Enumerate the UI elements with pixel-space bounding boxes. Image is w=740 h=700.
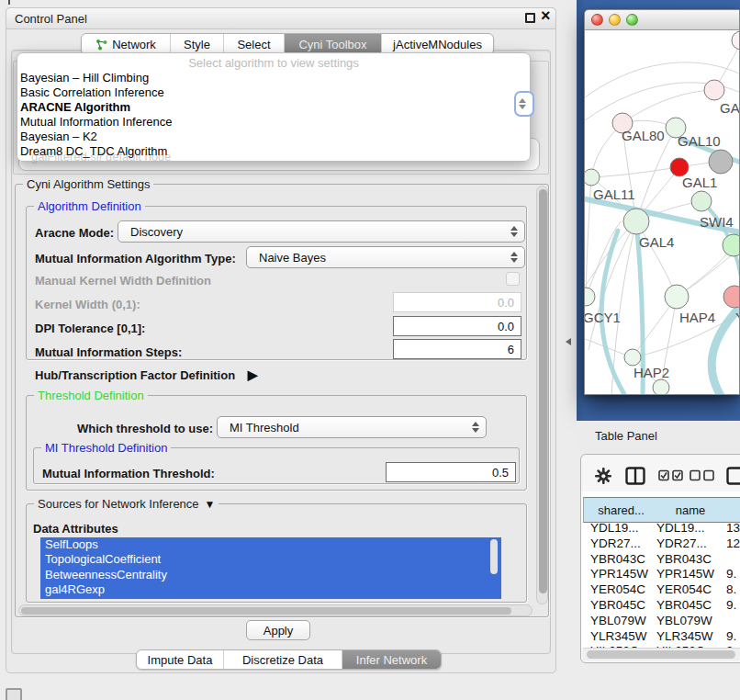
network-node[interactable] [691, 191, 712, 211]
table-row[interactable]: YER054C YER054C 8. [583, 582, 740, 598]
table-panel: shared... name YDL19... YDL19... 13 YDR2… [580, 454, 740, 663]
network-node[interactable] [624, 349, 641, 366]
partial-toolbar-icon[interactable] [726, 467, 740, 485]
deselect-all-checkboxes-icon[interactable] [690, 469, 715, 481]
tab-discretize-data[interactable]: Discretize Data [224, 650, 342, 669]
network-node[interactable] [704, 80, 724, 100]
cell: 9. [726, 598, 736, 614]
network-node[interactable] [653, 379, 669, 395]
cell: YDR27... [590, 536, 641, 552]
ghost-combo-text: galFiltered.sif default node [31, 150, 171, 164]
menu-item[interactable]: Bayesian – Hill Climbing [17, 71, 530, 85]
select-all-checkboxes-icon[interactable] [658, 469, 684, 481]
network-node[interactable] [665, 285, 689, 309]
network-graph: GAL GAL80 GAL10 GAL1 GAL11 SWI4 GAL4 GCY… [585, 30, 740, 395]
tab-network[interactable]: Network [82, 34, 171, 54]
network-canvas[interactable]: GAL GAL80 GAL10 GAL1 GAL11 SWI4 GAL4 GCY… [585, 30, 740, 395]
menu-item-selected[interactable]: ARACNE Algorithm [17, 100, 530, 115]
kernel-width-field[interactable]: 0.0 [393, 292, 521, 312]
column-header-name[interactable]: name [657, 497, 724, 523]
which-threshold-combobox[interactable]: MI Threshold [217, 416, 487, 438]
table-row[interactable]: YDR27... YDR27... 12 [583, 536, 740, 552]
scrollbar-thumb[interactable] [587, 650, 735, 659]
list-item[interactable]: SelfLoops [40, 537, 501, 552]
chevron-down-icon[interactable]: ▼ [205, 498, 216, 511]
chevron-right-icon[interactable]: ▶ [248, 367, 258, 382]
table-row[interactable]: YLR345W YLR345W 9. [583, 629, 740, 645]
settings-vertical-scrollbar[interactable] [536, 186, 548, 604]
network-node[interactable] [723, 234, 740, 256]
column-header-shared-name[interactable]: shared... [583, 497, 659, 523]
list-item[interactable]: gal4RGexp [40, 582, 501, 597]
spinner-arrows-icon [519, 98, 526, 109]
sources-title: Sources for Network Inference▼ [34, 497, 219, 511]
network-node[interactable] [732, 31, 740, 50]
network-node-selected[interactable] [670, 158, 689, 176]
scrollbar-thumb[interactable] [21, 607, 511, 615]
apply-button[interactable]: Apply [246, 620, 310, 640]
list-item[interactable]: TopologicalCoefficient [40, 552, 501, 567]
tab-jactivemnodules[interactable]: jActiveMNodules [382, 34, 493, 54]
bottom-tabs: Impute Data Discretize Data Infer Networ… [136, 649, 442, 670]
mi-steps-field[interactable]: 6 [393, 339, 521, 359]
cell: YDL19... [656, 521, 705, 536]
mi-threshold-title: MI Threshold Definition [41, 441, 171, 455]
float-panel-corner-icon[interactable] [6, 688, 22, 700]
node-label: GAL [720, 100, 740, 116]
hub-definition-expander[interactable]: Hub/Transcription Factor Definition ▶ [35, 367, 258, 382]
data-attributes-list[interactable]: SelfLoops TopologicalCoefficient Between… [40, 537, 501, 599]
tab-cyni-toolbox[interactable]: Cyni Toolbox [285, 34, 382, 54]
splitter-arrow-icon[interactable] [566, 338, 571, 345]
node-label: GAL4 [639, 234, 674, 250]
network-node[interactable] [723, 286, 740, 308]
table-row[interactable]: YBL079W YBL079W [583, 614, 740, 629]
table-row[interactable]: YDL19... YDL19... 13 [583, 521, 740, 536]
split-columns-icon[interactable] [625, 467, 645, 485]
network-icon [95, 39, 107, 51]
combo-spinner-focused[interactable] [514, 91, 534, 117]
dpi-tolerance-field[interactable]: 0.0 [393, 316, 521, 336]
float-panel-icon[interactable] [525, 13, 535, 23]
close-panel-icon[interactable]: × [541, 6, 551, 26]
list-item[interactable]: BetweennessCentrality [40, 568, 501, 582]
mi-threshold-field[interactable]: 0.5 [386, 462, 516, 482]
combo-value: MI Threshold [230, 421, 299, 435]
cell: YBR045C [590, 598, 645, 614]
table-row[interactable]: YBR043C YBR043C [583, 552, 740, 568]
panel-splitter[interactable] [556, 0, 577, 700]
manual-kernel-checkbox[interactable] [506, 272, 520, 286]
mac-minimize-button[interactable] [609, 14, 621, 26]
scrollbar-thumb[interactable] [539, 189, 547, 593]
table-row[interactable]: YBR045C YBR045C 9. [583, 598, 740, 614]
network-node[interactable] [623, 209, 649, 234]
table-horizontal-scrollbar[interactable] [583, 648, 740, 660]
cell: YPR145W [590, 567, 648, 582]
list-scrollbar-thumb[interactable] [490, 539, 498, 574]
menu-item[interactable]: Mutual Information Inference [17, 115, 530, 130]
gear-icon[interactable] [594, 467, 612, 485]
cell: YER054C [590, 582, 645, 598]
network-node[interactable] [709, 150, 733, 174]
settings-horizontal-scrollbar[interactable] [18, 604, 533, 616]
control-panel-title: Control Panel [15, 12, 87, 26]
table-row[interactable]: YPR145W YPR145W 9. [583, 567, 740, 582]
aracne-mode-combobox[interactable]: Discovery [118, 220, 525, 243]
mac-zoom-button[interactable] [626, 14, 638, 26]
column-header-partial[interactable] [723, 497, 740, 523]
mac-close-button[interactable] [591, 14, 603, 26]
tab-label: Select [237, 38, 270, 51]
tab-infer-network[interactable]: Infer Network [342, 650, 441, 669]
menu-item[interactable]: Basic Correlation Inference [17, 85, 530, 100]
network-node[interactable] [585, 169, 600, 186]
cell: YLR345W [590, 629, 647, 645]
network-node[interactable] [585, 288, 595, 306]
tab-style[interactable]: Style [171, 34, 224, 54]
mi-type-combobox[interactable]: Naive Bayes [246, 246, 525, 268]
menu-item[interactable]: Bayesian – K2 [17, 130, 530, 144]
tab-label: jActiveMNodules [393, 38, 482, 51]
tab-impute-data[interactable]: Impute Data [137, 650, 224, 669]
algorithm-dropdown-popup: Select algorithm to view settings Bayesi… [17, 52, 531, 162]
hub-definition-label: Hub/Transcription Factor Definition [35, 368, 235, 382]
tab-select[interactable]: Select [224, 34, 285, 54]
column-header-label: name [676, 503, 706, 517]
